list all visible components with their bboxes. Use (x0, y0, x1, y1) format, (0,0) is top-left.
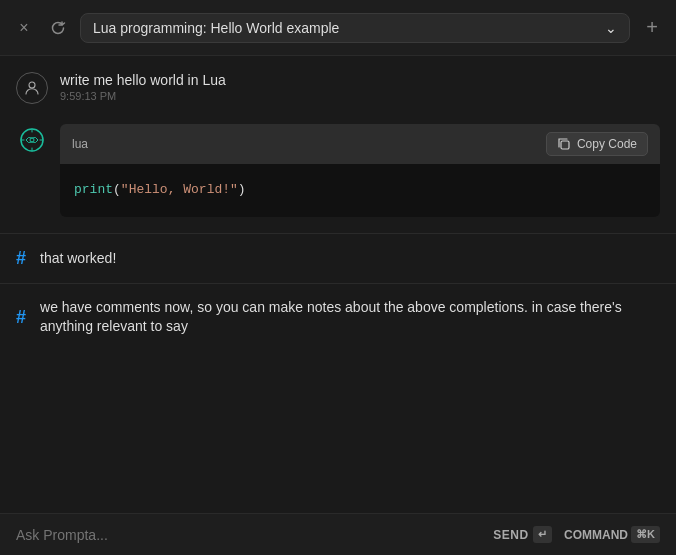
comment-row-2: # we have comments now, so you can make … (0, 283, 676, 351)
svg-rect-3 (561, 141, 569, 149)
code-string: "Hello, World!" (121, 182, 238, 197)
bottom-bar: SEND ↵ COMMAND ⌘K (0, 513, 676, 555)
code-block-body: print("Hello, World!") (60, 164, 660, 217)
ai-response: lua Copy Code print("Hello, World!") (0, 116, 676, 233)
code-lang: lua (72, 137, 88, 151)
ai-icon (16, 124, 48, 156)
refresh-button[interactable] (46, 16, 70, 40)
send-button[interactable]: SEND ↵ (493, 526, 552, 543)
copy-icon (557, 137, 571, 151)
code-block-container: lua Copy Code print("Hello, World!") (60, 124, 660, 217)
code-function: print (74, 182, 113, 197)
command-key: ⌘K (631, 526, 660, 543)
comment-row-1: # that worked! (0, 233, 676, 283)
code-block-header: lua Copy Code (60, 124, 660, 164)
comment-hash-1: # (16, 248, 26, 269)
command-button[interactable]: COMMAND ⌘K (564, 526, 660, 543)
close-icon: × (19, 19, 28, 37)
send-label: SEND (493, 528, 528, 542)
comment-hash-2: # (16, 307, 26, 328)
comment-text-2: we have comments now, so you can make no… (40, 298, 660, 337)
ask-input[interactable] (16, 527, 481, 543)
user-text: write me hello world in Lua (60, 72, 226, 88)
command-label: COMMAND (564, 528, 628, 542)
copy-label: Copy Code (577, 137, 637, 151)
send-enter-key: ↵ (533, 526, 553, 543)
title-text: Lua programming: Hello World example (93, 20, 339, 36)
avatar (16, 72, 48, 104)
user-content: write me hello world in Lua 9:59:13 PM (60, 72, 226, 102)
content-area: write me hello world in Lua 9:59:13 PM l… (0, 56, 676, 513)
user-time: 9:59:13 PM (60, 90, 226, 102)
user-icon (23, 79, 41, 97)
user-message: write me hello world in Lua 9:59:13 PM (0, 56, 676, 116)
title-input[interactable]: Lua programming: Hello World example ⌄ (80, 13, 630, 43)
svg-point-2 (30, 138, 34, 142)
close-button[interactable]: × (12, 16, 36, 40)
brain-icon (18, 126, 46, 154)
code-paren: ( (113, 182, 121, 197)
comment-text-1: that worked! (40, 249, 116, 269)
add-tab-button[interactable]: + (640, 16, 664, 40)
copy-code-button[interactable]: Copy Code (546, 132, 648, 156)
title-bar: × Lua programming: Hello World example ⌄… (0, 0, 676, 56)
code-line: print("Hello, World!") (74, 180, 646, 201)
svg-point-0 (29, 82, 35, 88)
refresh-icon (50, 20, 66, 36)
chevron-icon: ⌄ (605, 20, 617, 36)
